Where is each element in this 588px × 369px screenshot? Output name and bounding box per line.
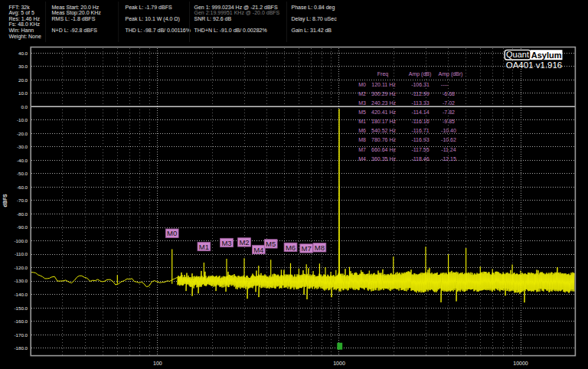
svg-text:-100.0: -100.0 — [14, 238, 28, 243]
svg-text:-9.85: -9.85 — [443, 119, 455, 124]
svg-text:10.0: 10.0 — [18, 90, 28, 96]
svg-text:-160.0: -160.0 — [14, 318, 28, 324]
svg-text:M5: M5 — [358, 109, 366, 115]
svg-text:300.29 Hz: 300.29 Hz — [371, 91, 396, 96]
svg-text:40.0: 40.0 — [18, 51, 28, 56]
svg-text:100: 100 — [153, 361, 162, 366]
svg-text:660.64 Hz: 660.64 Hz — [371, 147, 396, 152]
svg-text:0.0: 0.0 — [21, 104, 28, 109]
svg-text:M0: M0 — [167, 229, 177, 237]
svg-text:-90.0: -90.0 — [17, 224, 28, 230]
svg-text:M5: M5 — [266, 240, 276, 248]
svg-text:-116.16: -116.16 — [411, 119, 429, 124]
svg-text:Gen 1: 999.0234 Hz @ -21.2 dB: Gen 1: 999.0234 Hz @ -21.2 dBFS — [194, 5, 278, 10]
svg-text:240.23 Hz: 240.23 Hz — [371, 100, 396, 106]
svg-text:-50.0: -50.0 — [17, 171, 28, 176]
svg-text:20.0: 20.0 — [18, 77, 28, 83]
svg-text:-60.0: -60.0 — [17, 184, 28, 190]
svg-text:FFT: 32k: FFT: 32k — [9, 5, 31, 10]
svg-text:-170.0: -170.0 — [14, 332, 28, 338]
svg-text:-20.0: -20.0 — [17, 131, 28, 136]
svg-text:Amp (dBr): Amp (dBr) — [439, 71, 463, 77]
svg-text:Delay L: 8.70 uSec: Delay L: 8.70 uSec — [292, 16, 338, 22]
svg-text:M3: M3 — [358, 100, 366, 106]
svg-text:-70.0: -70.0 — [17, 198, 28, 203]
svg-text:M4: M4 — [253, 246, 263, 254]
svg-text:-110.0: -110.0 — [15, 251, 28, 256]
svg-text:M2: M2 — [358, 91, 366, 96]
svg-text:M4: M4 — [358, 156, 366, 162]
svg-text:M6: M6 — [286, 243, 296, 252]
svg-text:360.35 Hz: 360.35 Hz — [371, 156, 396, 162]
svg-text:-106.31: -106.31 — [411, 82, 430, 87]
svg-text:-116.71: -116.71 — [411, 128, 429, 133]
svg-text:-7.02: -7.02 — [443, 100, 455, 106]
svg-text:M8: M8 — [358, 137, 366, 142]
svg-text:-6.68: -6.68 — [443, 91, 455, 96]
svg-text:M3: M3 — [221, 239, 231, 247]
svg-text:Meas Start: 20.0 Hz: Meas Start: 20.0 Hz — [52, 5, 100, 10]
svg-text:Res: 1.46 Hz: Res: 1.46 Hz — [9, 16, 41, 21]
svg-text:Gain L: 31.42 dB: Gain L: 31.42 dB — [292, 28, 332, 33]
svg-text:M8: M8 — [315, 243, 325, 252]
svg-text:180.17 Hz: 180.17 Hz — [371, 119, 396, 124]
svg-text:RMS L: -1.8 dBFS: RMS L: -1.8 dBFS — [52, 16, 96, 21]
svg-text:THD+N L: -91.0 dB/ 0.00282%: THD+N L: -91.0 dB/ 0.00282% — [194, 28, 267, 33]
svg-text:Gen 2:19.99951 KHz @ -20.0 dB: Gen 2:19.99951 KHz @ -20.0 dBFS — [194, 10, 280, 15]
svg-text:-140.0: -140.0 — [14, 292, 28, 297]
svg-text:dBFS: dBFS — [2, 194, 8, 207]
svg-text:-120.0: -120.0 — [14, 265, 28, 270]
svg-text:Freq: Freq — [377, 71, 389, 77]
svg-text:Peak L: -1.79 dBFS: Peak L: -1.79 dBFS — [126, 5, 172, 10]
svg-text:M1: M1 — [199, 243, 209, 251]
svg-text:-7.82: -7.82 — [443, 109, 455, 115]
svg-text:Quant: Quant — [506, 50, 529, 59]
svg-text:540.52 Hz: 540.52 Hz — [371, 128, 396, 133]
svg-text:-113.33: -113.33 — [411, 100, 429, 106]
svg-text:-112.99: -112.99 — [411, 91, 429, 96]
svg-text:-12.15: -12.15 — [441, 156, 456, 162]
svg-text:120.11 Hz: 120.11 Hz — [371, 82, 396, 87]
svg-text:OA401 v1.916: OA401 v1.916 — [506, 60, 563, 70]
svg-text:-114.14: -114.14 — [411, 109, 429, 115]
svg-text:----: ---- — [441, 82, 449, 87]
svg-text:Fs: 48.0 KHz: Fs: 48.0 KHz — [9, 21, 41, 27]
svg-text:-11.24: -11.24 — [441, 147, 456, 152]
svg-text:Asylum: Asylum — [531, 51, 562, 60]
svg-text:1000: 1000 — [333, 361, 345, 366]
svg-text:Peak L: 10.1 W (4.0 Ω): Peak L: 10.1 W (4.0 Ω) — [126, 16, 180, 22]
svg-text:M6: M6 — [358, 128, 366, 133]
svg-text:-117.55: -117.55 — [411, 147, 429, 152]
svg-text:-30.0: -30.0 — [17, 144, 28, 149]
svg-text:THD L: -98.7 dB/ 0.00116%: THD L: -98.7 dB/ 0.00116% — [126, 28, 191, 33]
svg-text:M0: M0 — [358, 82, 366, 87]
svg-text:-180.0: -180.0 — [14, 345, 28, 351]
svg-text:780.76 Hz: 780.76 Hz — [371, 137, 396, 142]
svg-text:-130.0: -130.0 — [14, 278, 28, 283]
svg-text:420.41 Hz: 420.41 Hz — [371, 109, 396, 115]
svg-text:-10.40: -10.40 — [441, 128, 456, 133]
svg-text:M7: M7 — [358, 147, 366, 152]
svg-text:-116.93: -116.93 — [411, 137, 429, 142]
svg-text:M2: M2 — [239, 238, 249, 247]
svg-text:-10.0: -10.0 — [17, 117, 28, 122]
svg-text:-10.62: -10.62 — [441, 137, 456, 142]
svg-text:N+D L: -92.8 dBFS: N+D L: -92.8 dBFS — [52, 28, 98, 33]
svg-text:Win: Hann: Win: Hann — [9, 28, 34, 33]
svg-text:M1: M1 — [358, 119, 366, 124]
svg-text:M7: M7 — [302, 244, 312, 253]
svg-text:10000: 10000 — [513, 361, 528, 366]
svg-text:Amp (dB): Amp (dB) — [409, 71, 432, 77]
svg-text:-150.0: -150.0 — [14, 305, 28, 311]
svg-text:Phase L: 0.84 deg: Phase L: 0.84 deg — [292, 5, 335, 11]
svg-text:-80.0: -80.0 — [17, 211, 28, 217]
svg-text:Weight: None: Weight: None — [9, 34, 41, 40]
svg-text:SNR L: 92.6 dB: SNR L: 92.6 dB — [194, 16, 232, 21]
svg-text:-40.0: -40.0 — [17, 158, 28, 163]
svg-text:30.0: 30.0 — [18, 64, 28, 69]
svg-text:-118.46: -118.46 — [411, 156, 429, 162]
